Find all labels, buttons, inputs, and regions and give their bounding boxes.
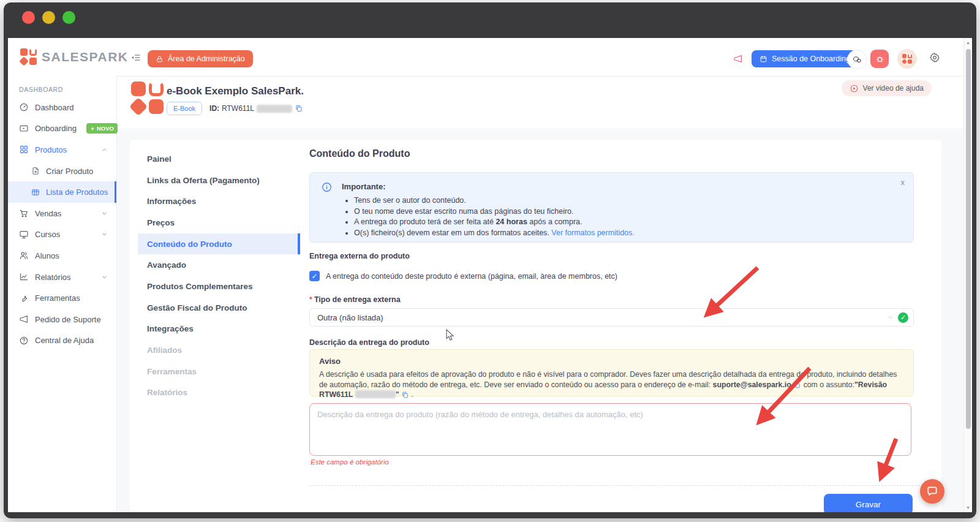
product-header: e-Book Exemplo SalesPark. E-Book ID: RTW… bbox=[116, 76, 963, 129]
page-scrollbar[interactable]: ▲ ▼ bbox=[963, 38, 972, 512]
salespark-logo-icon bbox=[20, 48, 37, 65]
help-video-button[interactable]: Ver video de ajuda bbox=[842, 80, 932, 96]
product-id: ID: RTW611L bbox=[209, 104, 303, 113]
product-type-badge: E-Book bbox=[167, 102, 202, 115]
cast-screen-icon bbox=[19, 124, 29, 134]
feedback-chat-button[interactable] bbox=[847, 50, 867, 69]
formats-link[interactable]: Ver formatos permitidos. bbox=[551, 229, 634, 237]
sidebar-item-pedido-de-suporte[interactable]: Pedido de Suporte bbox=[8, 309, 116, 330]
copy-icon[interactable] bbox=[793, 381, 801, 389]
copy-icon[interactable] bbox=[295, 104, 303, 113]
tab-informacoes[interactable]: Informações bbox=[138, 191, 300, 212]
admin-area-button[interactable]: Área de Administração bbox=[148, 50, 253, 67]
product-content-card: Painel Links da Oferta (Pagamento) Infor… bbox=[130, 140, 941, 512]
sidebar-item-onboarding[interactable]: Onboarding NOVO bbox=[8, 118, 116, 140]
sidebar-nav: DASHBOARD Dashboard Onboarding NOVO Prod… bbox=[8, 76, 117, 512]
chevron-down-icon bbox=[887, 314, 894, 321]
description-label: Descrição da entrega do produto bbox=[309, 338, 429, 347]
tab-afiliados: Afiliados bbox=[138, 339, 300, 361]
alert-bullet: O(s) ficheiro(s) devem estar em um dos f… bbox=[354, 229, 635, 237]
alert-bullet: O teu nome deve estar escrito numa das p… bbox=[354, 207, 635, 216]
chart-icon bbox=[19, 272, 29, 282]
support-chat-button[interactable] bbox=[920, 479, 944, 504]
file-plus-icon bbox=[31, 167, 40, 175]
sidebar-item-lista-de-produtos[interactable]: Lista de Produtos bbox=[8, 181, 116, 203]
play-circle-icon bbox=[850, 84, 859, 93]
sidebar-item-dashboard[interactable]: Dashboard bbox=[8, 97, 116, 118]
tab-painel[interactable]: Painel bbox=[138, 148, 300, 170]
external-delivery-label: Entrega externa do produto bbox=[309, 252, 410, 260]
external-delivery-checkbox-label: A entrega do conteúdo deste produto é ex… bbox=[326, 272, 617, 281]
sidebar-item-criar-produto[interactable]: Criar Produto bbox=[8, 161, 116, 182]
description-textarea[interactable] bbox=[309, 403, 911, 456]
product-title: e-Book Exemplo SalesPark. bbox=[167, 85, 304, 97]
window-controls bbox=[22, 11, 75, 24]
sidebar-item-cursos[interactable]: Cursos bbox=[8, 224, 116, 246]
collapse-sidebar-icon[interactable] bbox=[131, 53, 141, 62]
redacted-id bbox=[355, 390, 396, 398]
tab-produtos-complementares[interactable]: Produtos Complementares bbox=[138, 276, 300, 297]
close-window-button[interactable] bbox=[22, 11, 35, 24]
redacted-id bbox=[257, 105, 292, 113]
onboarding-session-button[interactable]: Sessão de Onboarding bbox=[752, 50, 858, 67]
table-icon bbox=[31, 188, 40, 197]
bug-icon bbox=[875, 55, 884, 64]
divider bbox=[309, 485, 938, 486]
page-title: Conteúdo do Produto bbox=[309, 148, 410, 159]
minimize-window-button[interactable] bbox=[42, 11, 55, 24]
tab-avancado[interactable]: Avançado bbox=[138, 254, 300, 276]
valid-check-icon: ✓ bbox=[898, 312, 908, 323]
calendar-icon bbox=[760, 55, 767, 63]
help-circle-icon bbox=[19, 336, 29, 346]
sidebar-item-vendas[interactable]: Vendas bbox=[8, 203, 116, 224]
warning-text: A descrição é usada para efeitos de apro… bbox=[319, 369, 904, 400]
delivery-type-select[interactable]: Outra (não listada) ✓ bbox=[309, 308, 914, 327]
product-logo bbox=[131, 81, 164, 114]
scrollbar-thumb[interactable] bbox=[966, 49, 971, 429]
close-icon[interactable]: x bbox=[901, 178, 905, 187]
sidebar-item-relatorios[interactable]: Relatórios bbox=[8, 267, 116, 288]
maximize-window-button[interactable] bbox=[62, 11, 75, 24]
cart-icon bbox=[19, 208, 29, 218]
tab-links-da-oferta[interactable]: Links da Oferta (Pagamento) bbox=[138, 170, 300, 191]
scroll-down-icon[interactable]: ▼ bbox=[964, 505, 972, 510]
tab-integracoes[interactable]: Integrações bbox=[138, 319, 300, 340]
announcements-megaphone-icon[interactable] bbox=[733, 54, 743, 64]
gauge-icon bbox=[19, 102, 29, 112]
top-header: SALESPARK Área de Administração Sessão d… bbox=[8, 38, 972, 77]
copy-icon[interactable] bbox=[401, 391, 409, 399]
sidebar-item-central-de-ajuda[interactable]: Central de Ajuda bbox=[8, 330, 116, 352]
sidebar-section-label: DASHBOARD bbox=[8, 76, 116, 97]
selected-value: Outra (não listada) bbox=[317, 313, 383, 322]
speech-bubble-icon bbox=[926, 485, 938, 497]
warning-title: Aviso bbox=[319, 357, 341, 366]
tab-ferramentas: Ferramentas bbox=[138, 361, 300, 382]
tab-gestao-fiscal[interactable]: Gestão Fiscal do Produto bbox=[138, 297, 300, 319]
field-error-message: Este campo é obrigatório bbox=[311, 458, 389, 466]
report-bug-button[interactable] bbox=[870, 50, 889, 68]
product-tab-menu: Painel Links da Oferta (Pagamento) Infor… bbox=[138, 148, 300, 403]
warning-box: Aviso A descrição é usada para efeitos d… bbox=[309, 349, 914, 396]
tab-relatorios: Relatórios bbox=[138, 382, 300, 404]
spark-icon bbox=[90, 126, 95, 131]
tab-conteudo-do-produto[interactable]: Conteúdo do Produto bbox=[138, 233, 300, 255]
chevron-down-icon bbox=[101, 210, 108, 217]
alert-bullet-list: Tens de ser o autor do conteúdo. O teu n… bbox=[345, 196, 635, 239]
save-button[interactable]: Gravar bbox=[824, 494, 913, 512]
alert-bullet: A entrega do produto terá de ser feita a… bbox=[354, 218, 635, 226]
sidebar-item-produtos[interactable]: Produtos bbox=[8, 139, 116, 161]
chevron-down-icon bbox=[101, 274, 108, 281]
important-alert: Importante: x Tens de ser o autor do con… bbox=[309, 172, 914, 243]
account-avatar[interactable] bbox=[897, 49, 917, 69]
settings-gear-icon[interactable] bbox=[929, 52, 940, 63]
chevron-up-icon bbox=[101, 146, 108, 153]
scroll-up-icon[interactable]: ▲ bbox=[964, 40, 972, 45]
tab-precos[interactable]: Preços bbox=[138, 212, 300, 233]
sidebar-item-alunos[interactable]: Alunos bbox=[8, 245, 116, 267]
novo-badge: NOVO bbox=[86, 123, 118, 134]
external-delivery-checkbox[interactable]: ✓ bbox=[309, 271, 320, 281]
sidebar-item-ferramentas[interactable]: Ferramentas bbox=[8, 287, 116, 309]
grid-icon bbox=[19, 145, 29, 154]
salespark-avatar-icon bbox=[902, 54, 912, 64]
delivery-type-label: *Tipo de entrega externa bbox=[309, 295, 401, 304]
